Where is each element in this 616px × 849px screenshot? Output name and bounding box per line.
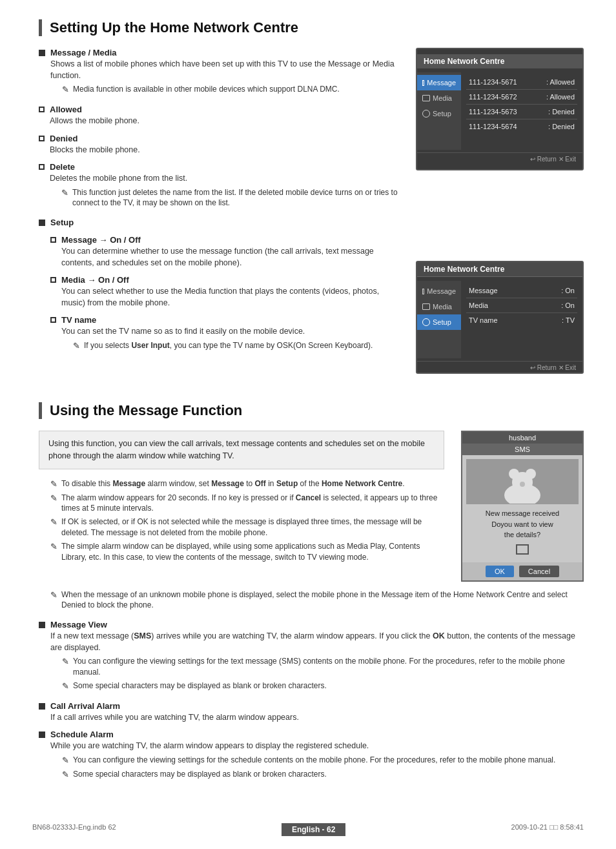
note-icon-u3: ✎ <box>50 517 57 528</box>
using-note-4-text: The simple alarm window can be displayed… <box>61 541 444 563</box>
media-on-off-desc: You can select whether to use the Media … <box>61 286 403 309</box>
delete-note-text: This function just deletes the name from… <box>72 187 403 209</box>
section1-block: Setting Up the Home Network Centre Messa… <box>39 19 584 384</box>
setup-icon-2 <box>422 318 430 326</box>
bullet-media-onoff <box>50 277 56 283</box>
tv-panel2-row-2: Media : On <box>466 298 577 313</box>
tv-row2-number: 111-1234-5672 <box>469 93 517 101</box>
message-media-item: Message / Media Shows a list of mobile p… <box>39 48 403 98</box>
denied-heading: Denied <box>50 134 140 143</box>
using-note-3: ✎ If OK is selected, or if OK is not sel… <box>50 517 444 538</box>
tv-sidebar2-message: Message <box>417 283 461 299</box>
using-note-3-text: If OK is selected, or if OK is not selec… <box>61 517 444 538</box>
denied-item: Denied Blocks the mobile phone. <box>39 134 403 156</box>
tv-panel-1: Home Network Centre Message Media <box>416 48 584 170</box>
note-icon-mv2: ✎ <box>62 680 69 692</box>
tv-row-2: 111-1234-5672 : Allowed <box>466 90 577 105</box>
tv-panel1-title: Home Network Centre <box>417 54 582 68</box>
msg-view-note-1: ✎ You can configure the viewing settings… <box>62 656 584 678</box>
page-footer: BN68-02333J-Eng.indb 62 English - 62 200… <box>0 823 616 836</box>
bullet-tv-name <box>50 317 56 323</box>
tv-sidebar2-setup-label: Setup <box>433 318 451 326</box>
media-on-off-item: Media → On / Off You can select whether … <box>50 275 403 309</box>
page: Setting Up the Home Network Centre Messa… <box>0 0 616 849</box>
sms-ok-button[interactable]: OK <box>486 566 514 577</box>
tv-panel1-body: Message Media Setup <box>417 72 582 150</box>
msg-view-note2-text: Some special characters may be displayed… <box>73 680 327 691</box>
using-note-2-text: The alarm window appears for 20 seconds.… <box>61 493 444 515</box>
bear-svg <box>497 460 548 504</box>
section1-content: Message / Media Shows a list of mobile p… <box>39 48 584 384</box>
tv-panel2-row1-label: Message <box>469 287 498 294</box>
tv-panel2-row2-value: : On <box>561 302 575 309</box>
note-icon-delete: ✎ <box>61 187 68 199</box>
tv-row-3: 111-1234-5673 : Denied <box>466 105 577 119</box>
note-icon-u4: ✎ <box>50 541 57 553</box>
msg-icon <box>422 80 424 86</box>
using-msg-left: Using this function, you can view the ca… <box>39 431 444 565</box>
media-icon <box>422 95 430 101</box>
tv-panel2-title: Home Network Centre <box>417 262 582 277</box>
sms-line1: New message received <box>466 508 579 519</box>
note-icon-u2: ✎ <box>50 493 57 504</box>
tv-panel2-row-3: TV name : TV <box>466 313 577 327</box>
tv-name-note: ✎ If you selects User Input, you can typ… <box>73 340 373 352</box>
sms-bear-image <box>466 459 579 504</box>
using-msg-intro-box: Using this function, you can view the ca… <box>39 431 444 469</box>
using-msg-intro-text: Using this function, you can view the ca… <box>48 439 425 460</box>
delete-item: Delete Deletes the mobile phone from the… <box>39 162 403 211</box>
bullet-allowed <box>39 107 45 112</box>
tv-panel1-footer: ↩ Return ✕ Exit <box>417 152 582 164</box>
tv-name-item: TV name You can set the TV name so as to… <box>50 315 403 354</box>
media-icon-2 <box>422 303 430 310</box>
using-note-2: ✎ The alarm window appears for 20 second… <box>50 493 444 515</box>
tv-sidebar-message-label: Message <box>427 79 456 87</box>
section2-title: Using the Message Function <box>39 402 584 419</box>
tv-panel2-row3-label: TV name <box>469 316 498 324</box>
tv-sidebar-setup-label: Setup <box>433 110 451 118</box>
schedule-alarm-item: Schedule Alarm While you are watching TV… <box>39 730 584 783</box>
msg-view-note1-text: You can configure the viewing settings f… <box>73 656 584 678</box>
tv-sidebar2-media-label: Media <box>433 303 452 311</box>
using-note-1: ✎ To disable this Message alarm window, … <box>50 478 444 490</box>
tv-panel-2: Home Network Centre Message Media <box>416 261 584 374</box>
bullet-call-arrival <box>39 703 45 710</box>
using-note-1-text: To disable this Message alarm window, se… <box>61 478 405 489</box>
footer-center: English - 62 <box>282 823 345 836</box>
tv-row1-number: 111-1234-5671 <box>469 78 517 86</box>
schedule-note-1: ✎ You can configure the viewing settings… <box>62 755 555 766</box>
tv-sidebar2-media: Media <box>417 299 461 314</box>
message-media-heading: Message / Media <box>50 48 403 57</box>
allowed-heading: Allowed <box>50 105 139 114</box>
note-icon-u1: ✎ <box>50 478 57 490</box>
note-icon-tvname: ✎ <box>73 340 80 352</box>
sms-cancel-button[interactable]: Cancel <box>519 566 559 577</box>
tv-row-1: 111-1234-5671 : Allowed <box>466 75 577 90</box>
note-icon-mv1: ✎ <box>62 656 69 668</box>
message-media-note-text: Media function is available in other mob… <box>73 84 340 95</box>
section1-side-col: Home Network Centre Message Media <box>416 48 584 384</box>
tv-row2-status: : Allowed <box>546 93 575 101</box>
svg-point-4 <box>520 482 525 487</box>
sms-popup-caller: husband <box>462 432 582 444</box>
bullet-setup <box>39 220 45 226</box>
tv-panel2-content: Message : On Media : On TV name : TV <box>461 281 582 358</box>
message-view-item: Message View If a new text message (SMS)… <box>39 620 584 695</box>
bullet-message-media <box>39 50 45 56</box>
note-icon: ✎ <box>62 84 69 96</box>
note-icon-s2: ✎ <box>62 769 69 781</box>
delete-desc: Deletes the mobile phone from the list. <box>50 173 403 185</box>
schedule-alarm-desc: While you are watching TV, the alarm win… <box>50 741 555 752</box>
sms-line2: Doyou want to view <box>466 519 579 530</box>
tv-panel2-sidebar: Message Media Setup <box>417 281 461 358</box>
bullet-denied <box>39 136 45 141</box>
using-note-4: ✎ The simple alarm window can be display… <box>50 541 444 563</box>
sms-popup-body: New message received Doyou want to view … <box>462 455 582 562</box>
message-media-desc: Shows a list of mobile phones which have… <box>50 59 403 81</box>
tv-name-note-text: If you selects User Input, you can type … <box>84 340 373 351</box>
msg-on-off-desc: You can determine whether to use the mes… <box>61 246 403 269</box>
msg-view-note-2: ✎ Some special characters may be display… <box>62 680 584 692</box>
svg-point-3 <box>526 469 536 479</box>
setup-heading: Setup <box>50 218 74 227</box>
message-view-desc: If a new text message (SMS) arrives whil… <box>50 631 584 653</box>
